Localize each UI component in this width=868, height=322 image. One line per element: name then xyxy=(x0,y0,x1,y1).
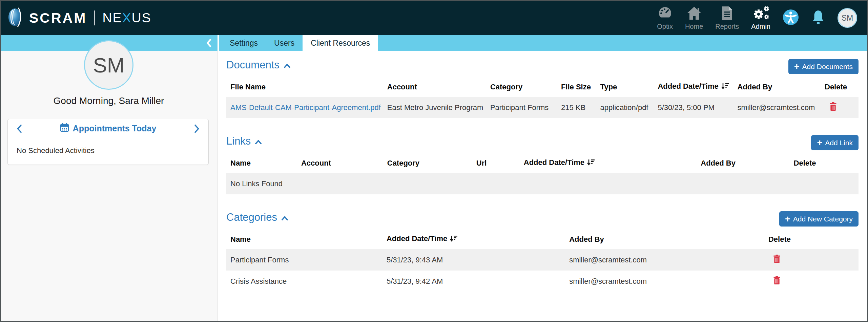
categories-collapse-icon[interactable] xyxy=(282,216,288,220)
gears-icon xyxy=(752,6,770,22)
col-added-datetime[interactable]: Added Date/Time xyxy=(383,229,565,249)
appointments-prev-button[interactable] xyxy=(17,124,22,133)
category-name: Participant Forms xyxy=(226,249,383,271)
home-icon xyxy=(686,6,702,22)
tab-client-resources[interactable]: Client Resources xyxy=(303,35,378,51)
col-added-datetime[interactable]: Added Date/Time xyxy=(654,77,733,97)
col-added-by: Added By xyxy=(697,153,789,173)
appointments-title: Appointments Today xyxy=(60,123,157,134)
tab-users[interactable]: Users xyxy=(266,35,303,51)
profile-avatar: SM xyxy=(84,40,133,90)
delete-category-button[interactable] xyxy=(773,254,781,265)
delete-document-button[interactable] xyxy=(829,102,837,113)
categories-header-row: Name Added Date/Time Added By Delete xyxy=(226,229,859,249)
sort-descending-icon xyxy=(721,83,729,91)
appointments-header: Appointments Today xyxy=(8,119,208,138)
user-avatar[interactable]: SM xyxy=(838,8,857,28)
plus-icon: + xyxy=(785,216,790,222)
documents-table: File Name Account Category File Size Typ… xyxy=(226,77,859,118)
col-account: Account xyxy=(297,153,383,173)
category-added: 5/31/23, 9:43 AM xyxy=(383,249,565,271)
calendar-icon xyxy=(60,123,69,134)
document-account: East Metro Juvenile Program xyxy=(383,97,486,118)
documents-collapse-icon[interactable] xyxy=(284,64,290,68)
sort-descending-icon xyxy=(450,235,458,244)
app-window: SCRAM NEXUS Optix xyxy=(0,0,868,322)
add-new-category-button[interactable]: + Add New Category xyxy=(779,211,859,227)
documents-section: Documents + Add Documents xyxy=(226,59,859,118)
plus-icon: + xyxy=(794,64,800,70)
greeting-text: Good Morning, Sara Miller xyxy=(1,95,217,106)
tab-settings[interactable]: Settings xyxy=(222,35,266,51)
accent-bar: Settings Users Client Resources xyxy=(1,35,867,51)
report-icon xyxy=(721,6,733,22)
category-added-by: smiller@scramtest.com xyxy=(565,271,764,292)
appointments-next-button[interactable] xyxy=(194,124,200,133)
nav-item-home[interactable]: Home xyxy=(685,6,703,30)
links-empty-row: No Links Found xyxy=(226,173,859,194)
gauge-icon xyxy=(657,6,673,22)
document-file-size: 215 KB xyxy=(557,97,596,118)
links-header-row: Name Account Category Url Added Date/Tim… xyxy=(226,153,859,173)
scram-sphere-icon xyxy=(8,7,23,29)
categories-title: Categories xyxy=(226,211,288,223)
links-section: Links + Add Link xyxy=(226,135,859,194)
document-added: 5/30/23, 5:00 PM xyxy=(654,97,733,118)
nav-item-admin[interactable]: Admin xyxy=(751,6,770,30)
brand-nexus: NEXUS xyxy=(102,10,151,25)
col-file-name: File Name xyxy=(226,77,383,97)
top-nav-actions: Optix Home xyxy=(657,6,857,30)
brand-divider xyxy=(94,10,95,25)
col-name: Name xyxy=(226,229,383,249)
category-added-by: smiller@scramtest.com xyxy=(565,249,764,271)
plus-icon: + xyxy=(817,140,822,146)
brand-scram: SCRAM xyxy=(29,10,87,26)
add-link-button[interactable]: + Add Link xyxy=(811,135,859,150)
col-type: Type xyxy=(596,77,654,97)
col-delete: Delete xyxy=(764,229,859,249)
top-navbar: SCRAM NEXUS Optix xyxy=(1,1,867,35)
col-category: Category xyxy=(383,153,472,173)
category-row: Crisis Assistance 5/31/23, 9:42 AM smill… xyxy=(226,271,859,292)
document-file-link[interactable]: AMS-Default-CAM-Participant-Agreement.pd… xyxy=(230,103,381,112)
col-delete: Delete xyxy=(790,153,859,173)
tab-bar: Settings Users Client Resources xyxy=(222,35,378,51)
documents-header-row: File Name Account Category File Size Typ… xyxy=(226,77,859,97)
appointments-empty-message: No Scheduled Activities xyxy=(8,138,208,165)
nav-item-optix[interactable]: Optix xyxy=(657,6,673,30)
main-content: Documents + Add Documents xyxy=(218,51,867,321)
category-name: Crisis Assistance xyxy=(226,271,383,292)
categories-table: Name Added Date/Time Added By Delete Par… xyxy=(226,229,859,292)
document-type: application/pdf xyxy=(596,97,654,118)
delete-category-button[interactable] xyxy=(773,276,781,287)
documents-title: Documents xyxy=(226,59,290,71)
scram-nexus-logo: SCRAM NEXUS xyxy=(8,7,151,29)
links-title: Links xyxy=(226,135,262,147)
col-category: Category xyxy=(486,77,557,97)
links-collapse-icon[interactable] xyxy=(255,140,262,144)
sidebar-collapse-icon[interactable] xyxy=(206,39,211,47)
notifications-button[interactable] xyxy=(811,9,825,26)
add-documents-button[interactable]: + Add Documents xyxy=(788,59,859,74)
accessibility-icon xyxy=(783,9,799,27)
col-added-by: Added By xyxy=(565,229,764,249)
category-row: Participant Forms 5/31/23, 9:43 AM smill… xyxy=(226,249,859,271)
col-url: Url xyxy=(472,153,520,173)
col-added-datetime[interactable]: Added Date/Time xyxy=(520,153,697,173)
links-empty-message: No Links Found xyxy=(226,173,859,194)
bell-icon xyxy=(811,9,825,26)
document-category: Participant Forms xyxy=(486,97,557,118)
accessibility-button[interactable] xyxy=(783,9,799,27)
col-name: Name xyxy=(226,153,297,173)
col-account: Account xyxy=(383,77,486,97)
categories-section: Categories + Add New Category xyxy=(226,211,859,292)
document-added-by: smiller@scramtest.com xyxy=(733,97,821,118)
nav-item-reports[interactable]: Reports xyxy=(715,6,739,30)
appointments-panel: Appointments Today No Scheduled Activiti… xyxy=(7,119,209,165)
links-table: Name Account Category Url Added Date/Tim… xyxy=(226,153,859,194)
sort-descending-icon xyxy=(587,159,595,168)
sidebar: SM Good Morning, Sara Miller xyxy=(1,51,218,321)
col-added-by: Added By xyxy=(733,77,821,97)
document-row: AMS-Default-CAM-Participant-Agreement.pd… xyxy=(226,97,859,118)
col-delete: Delete xyxy=(821,77,859,97)
